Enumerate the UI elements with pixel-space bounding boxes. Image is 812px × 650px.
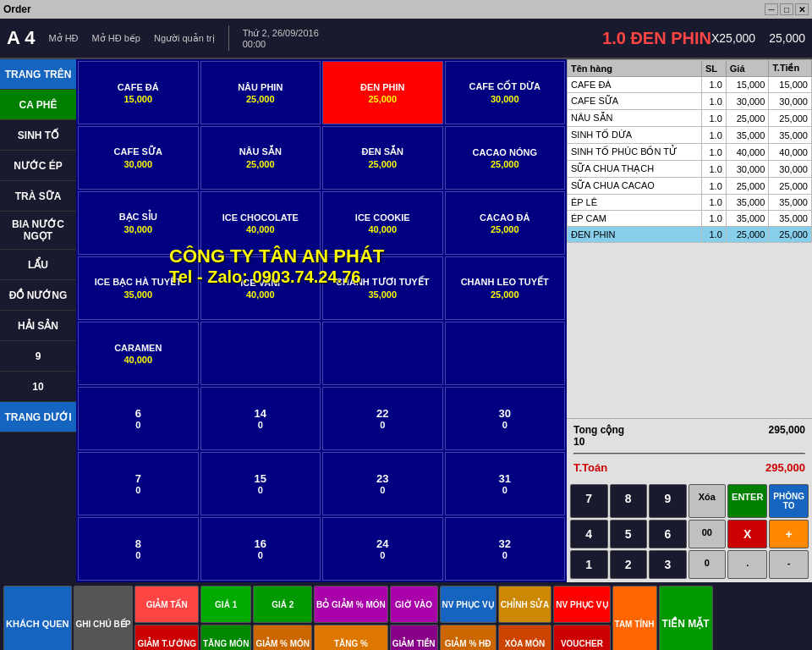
menu-item-22[interactable]: 220 [322, 387, 443, 450]
bottom-btn-xoa-mon[interactable]: XÓA MÓN [498, 625, 552, 650]
numpad-btn-+[interactable]: + [769, 520, 809, 548]
menu-item-12[interactable]: ICE BẠC HÀ TUYẾT35,000 [78, 256, 199, 320]
cell-tien: 30,000 [769, 93, 812, 110]
menu-item-14[interactable]: CHANH TƯƠI TUYẾT35,000 [322, 256, 443, 320]
table-row[interactable]: ÉP LÊ 1.0 35,000 35,000 [568, 195, 812, 211]
numpad-btn-Xóa[interactable]: Xóa [689, 484, 727, 518]
bottom-btn-ghichu[interactable]: GHI CHÚ BẾP [74, 586, 134, 650]
menu-item-13[interactable]: ICE VANI40,000 [200, 256, 321, 320]
menu-item-21[interactable]: 140 [200, 387, 321, 450]
sidebar-item-10[interactable]: 10 [0, 372, 76, 402]
menu-item-5[interactable]: NÂU SẮN25,000 [200, 126, 321, 190]
table-row[interactable]: ÉP CAM 1.0 35,000 35,000 [568, 211, 812, 227]
sidebar-item-0[interactable]: TRANG TRÊN [0, 59, 76, 90]
sidebar-item-6[interactable]: LẨU [0, 250, 76, 280]
menu-item-15[interactable]: CHANH LEO TUYẾT25,000 [445, 256, 566, 320]
sidebar-item-9[interactable]: 9 [0, 341, 76, 372]
menu-item-25[interactable]: 150 [200, 452, 321, 515]
table-row[interactable]: SINH TỐ DỪA 1.0 35,000 35,000 [568, 127, 812, 144]
bottom-btn-giam-tien[interactable]: GIẢM TIỀN [390, 625, 438, 650]
table-row[interactable]: SINH TỐ PHÚC BỒN TỬ 1.0 40,000 40,000 [568, 144, 812, 161]
table-row[interactable]: SỮA CHUA THẠCH 1.0 30,000 30,000 [568, 161, 812, 178]
menu-item-28[interactable]: 80 [78, 517, 199, 581]
bottom-btn-voucher[interactable]: VOUCHER [553, 625, 610, 650]
menu-item-1[interactable]: NÂU PHIN25,000 [200, 61, 321, 124]
bottom-btn-giam-tuong[interactable]: GIẢM T.ƯỚNG [134, 625, 198, 650]
numpad-btn-1[interactable]: 1 [570, 550, 608, 579]
menu-item-4[interactable]: CAFE SỮA30,000 [78, 126, 199, 190]
sidebar-item-3[interactable]: NƯỚC ÉP [0, 151, 76, 181]
table-row[interactable]: NÂU SẮN 1.0 25,000 25,000 [568, 110, 812, 127]
table-row[interactable]: CAFE ĐÁ 1.0 15,000 15,000 [568, 77, 812, 93]
menu-item-3[interactable]: CAFE CỐT DỪA30,000 [445, 61, 566, 124]
menu-item-10[interactable]: ICE COOKIE40,000 [322, 191, 443, 255]
numpad-btn-3[interactable]: 3 [649, 550, 687, 579]
table-row[interactable]: CAFE SỮA 1.0 30,000 30,000 [568, 93, 812, 110]
numpad-btn-8[interactable]: 8 [610, 484, 648, 518]
bottom-btn-khach[interactable]: KHÁCH QUEN [3, 586, 72, 650]
menu-item-8[interactable]: BẠC SỈU30,000 [78, 191, 199, 255]
bottom-btn-bo-giam[interactable]: BỎ GIẢM % MÓN [314, 586, 388, 623]
table-row[interactable]: ĐEN PHIN 1.0 25,000 25,000 [568, 227, 812, 243]
sidebar-item-2[interactable]: SINH TỐ [0, 120, 76, 151]
menu-item-2[interactable]: ĐEN PHIN25,000 [322, 61, 443, 124]
sidebar-item-4[interactable]: TRÀ SỮA [0, 181, 76, 212]
bottom-btn-giam-pct[interactable]: GIẢM % MÓN [253, 625, 312, 650]
menu-item-7[interactable]: CACAO NÓNG25,000 [445, 126, 566, 190]
numpad-btn-6[interactable]: 6 [649, 520, 687, 548]
bottom-btn-gio-vao[interactable]: GIỜ VÀO [390, 586, 438, 623]
numpad-btn--[interactable]: - [769, 550, 809, 579]
numpad-btn-5[interactable]: 5 [610, 520, 648, 548]
bottom-btn-gia1[interactable]: GIÁ 1 [200, 586, 251, 623]
numpad-btn-7[interactable]: 7 [570, 484, 608, 518]
bottom-btn-giam-tan[interactable]: GIẢM TẤN [134, 586, 198, 623]
table-row[interactable]: SỮA CHUA CACAO 1.0 25,000 25,000 [568, 178, 812, 195]
numpad-btn-4[interactable]: 4 [570, 520, 608, 548]
menu-item-16[interactable]: CARAMEN40,000 [78, 322, 199, 385]
numpad-btn-.[interactable]: . [727, 550, 767, 579]
maximize-button[interactable]: □ [780, 3, 793, 15]
menu-item-23[interactable]: 300 [445, 387, 566, 450]
numpad-btn-00[interactable]: 00 [689, 520, 727, 548]
menu-item-9[interactable]: ICE CHOCOLATE40,000 [200, 191, 321, 255]
numpad-btn-0[interactable]: 0 [689, 550, 727, 579]
menu-item-31[interactable]: 320 [445, 517, 566, 581]
menu-item-6[interactable]: ĐEN SẮN25,000 [322, 126, 443, 190]
menu-item-19[interactable] [445, 322, 566, 385]
bottom-btn-tam-tinh[interactable]: TAM TÍNH [612, 586, 657, 650]
numpad-btn-PHÒNGTO[interactable]: PHÒNG TO [769, 484, 809, 518]
close-button[interactable]: ✕ [795, 3, 809, 15]
bottom-btn-nv-phuc-vu2[interactable]: NV PHỤC VỤ [553, 586, 610, 623]
sidebar-item-11[interactable]: TRANG DƯỚI [0, 402, 76, 432]
sidebar-item-8[interactable]: HẢI SẢN [0, 311, 76, 341]
bottom-btn-giam-pct[interactable]: GIẢM % HĐ [440, 625, 497, 650]
cell-name: SINH TỐ DỪA [568, 127, 702, 144]
bottom-btn-nv-phuc-vu[interactable]: NV PHỤC VỤ [440, 586, 497, 623]
numpad-btn-2[interactable]: 2 [610, 550, 648, 579]
bottom-btn-tang-pct[interactable]: TĂNG % [314, 625, 388, 650]
minimize-button[interactable]: ─ [765, 3, 778, 15]
numpad-btn-ENTER[interactable]: ENTER [727, 484, 767, 518]
menu-item-26[interactable]: 230 [322, 452, 443, 515]
sidebar-item-7[interactable]: ĐỒ NƯỚNG [0, 280, 76, 311]
menu-item-30[interactable]: 240 [322, 517, 443, 581]
menu-item-17[interactable] [200, 322, 321, 385]
bottom-btn-tang-mon[interactable]: TĂNG MÓN [200, 625, 251, 650]
bottom-btn-tien-mat[interactable]: TIỀN MẶT [659, 586, 713, 650]
cell-name: ÉP CAM [568, 211, 702, 227]
numpad-btn-9[interactable]: 9 [649, 484, 687, 518]
menu-item-27[interactable]: 310 [445, 452, 566, 515]
menu-item-11[interactable]: CACAO ĐÁ25,000 [445, 191, 566, 255]
menu-item-0[interactable]: CAFE ĐÁ15,000 [78, 61, 199, 124]
menu-item-29[interactable]: 160 [200, 517, 321, 581]
menu-item-24[interactable]: 70 [78, 452, 199, 515]
menu-item-18[interactable] [322, 322, 443, 385]
sidebar-item-1[interactable]: CA PHÊ [0, 90, 76, 120]
sidebar-item-5[interactable]: BIA NƯỚC NGỌT [0, 212, 76, 250]
cell-sl: 1.0 [701, 127, 726, 144]
numpad-btn-X[interactable]: X [727, 520, 767, 548]
menu-item-20[interactable]: 60 [78, 387, 199, 450]
bottom-btn-gia2[interactable]: GIÁ 2 [253, 586, 312, 623]
bottom-btn-chinh-sua[interactable]: CHỈNH SỬA [498, 586, 552, 623]
cell-tien: 35,000 [769, 211, 812, 227]
